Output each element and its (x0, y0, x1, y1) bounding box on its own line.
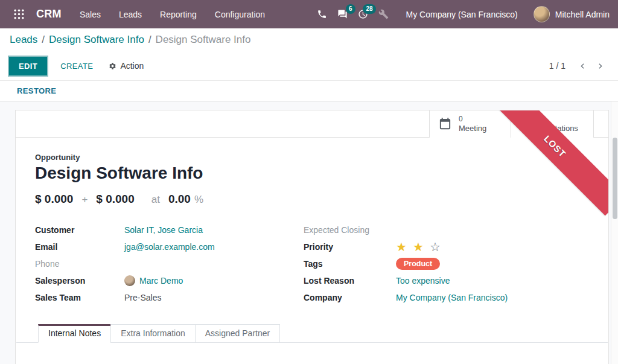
phone-label: Phone (35, 259, 124, 269)
notebook-tabs: Internal Notes Extra Information Assigne… (16, 324, 608, 343)
field-group-left: Customer Solar IT, Jose Garcia Email jga… (35, 222, 304, 306)
control-panel: EDIT CREATE Action 1 / 1 (0, 51, 618, 80)
expected-revenue: $ 0.000 (35, 193, 73, 206)
breadcrumb-leads[interactable]: Leads (10, 34, 37, 46)
app-name[interactable]: CRM (36, 8, 62, 21)
field-sales-team: Sales Team Pre-Sales (35, 289, 304, 306)
field-expected-closing: Expected Closing (304, 222, 589, 238)
status-bar: RESTORE (0, 80, 618, 101)
email-label: Email (35, 242, 124, 252)
messages-icon[interactable]: 6 (333, 5, 353, 24)
sales-team-value[interactable]: Pre-Sales (124, 293, 161, 302)
field-group-right: Expected Closing Priority ★ ★ ☆ (304, 222, 589, 306)
calendar-icon (438, 117, 452, 131)
salesperson-label: Salesperson (35, 276, 124, 286)
meeting-count: 0 (459, 115, 486, 124)
field-company: Company My Company (San Francisco) (304, 289, 589, 306)
plus-sign: + (81, 194, 88, 206)
sheet-body: Opportunity Design Software Info $ 0.000… (16, 138, 608, 343)
star-icon[interactable]: ★ (396, 241, 409, 253)
email-value[interactable]: jga@solar.example.com (124, 242, 215, 252)
tags-label: Tags (304, 259, 396, 269)
menu-sales[interactable]: Sales (80, 10, 101, 19)
tag-product[interactable]: Product (396, 258, 440, 270)
lost-reason-label: Lost Reason (304, 276, 396, 286)
form-view-background: 0 Meeting 0 Quotations LOST Opportunity … (0, 101, 618, 364)
star-icon[interactable]: ★ (413, 241, 425, 253)
sales-team-label: Sales Team (35, 293, 124, 302)
apps-grid-icon[interactable] (8, 4, 29, 25)
field-phone: Phone (35, 255, 304, 272)
navbar-right: 6 28 My Company (San Francisco) Mitchell… (312, 5, 610, 24)
customer-value[interactable]: Solar IT, Jose Garcia (124, 225, 203, 235)
customer-label: Customer (35, 225, 124, 235)
restore-button[interactable]: RESTORE (17, 86, 56, 95)
pager: 1 / 1 (549, 61, 609, 71)
debug-tools-icon[interactable] (374, 5, 394, 24)
company-switcher[interactable]: My Company (San Francisco) (406, 10, 518, 19)
meeting-label: Meeting (459, 124, 486, 133)
field-tags: Tags Product (304, 255, 589, 272)
salesperson-avatar (124, 275, 135, 286)
probability-value: 0.00 (168, 193, 191, 206)
gear-icon (109, 62, 116, 70)
tab-internal-notes[interactable]: Internal Notes (38, 324, 111, 343)
menu-reporting[interactable]: Reporting (160, 10, 197, 19)
breadcrumb-separator: / (148, 34, 151, 46)
star-icon[interactable]: ☆ (430, 241, 442, 253)
salesperson-value[interactable]: Marc Demo (124, 275, 183, 286)
recurring-revenue: $ 0.000 (96, 193, 134, 206)
user-avatar[interactable] (534, 6, 550, 22)
record-type-label: Opportunity (35, 153, 589, 162)
revenue-line: $ 0.000 + $ 0.000 at 0.00 % (35, 193, 589, 206)
menu-configuration[interactable]: Configuration (215, 10, 265, 19)
form-sheet: 0 Meeting 0 Quotations LOST Opportunity … (15, 110, 609, 364)
app-window: CRM Sales Leads Reporting Configuration … (0, 0, 618, 364)
pager-counter: 1 / 1 (549, 61, 565, 71)
expected-closing-label: Expected Closing (304, 225, 396, 235)
priority-stars: ★ ★ ☆ (396, 241, 442, 253)
create-button[interactable]: CREATE (60, 62, 93, 71)
at-label: at (151, 194, 160, 206)
field-salesperson: Salesperson Marc Demo (35, 272, 304, 289)
field-customer: Customer Solar IT, Jose Garcia (35, 222, 304, 238)
edit-button[interactable]: EDIT (9, 57, 47, 75)
priority-label: Priority (304, 242, 396, 252)
record-title: Design Software Info (35, 164, 589, 183)
chevron-right-icon[interactable] (596, 62, 604, 70)
salesperson-name[interactable]: Marc Demo (139, 276, 183, 286)
breadcrumb: Leads / Design Software Info / Design So… (0, 28, 618, 51)
top-navbar: CRM Sales Leads Reporting Configuration … (0, 0, 618, 28)
tab-extra-information[interactable]: Extra Information (110, 324, 196, 343)
company-label: Company (304, 293, 396, 302)
action-label: Action (120, 61, 144, 71)
menu-leads[interactable]: Leads (119, 10, 142, 19)
scrollbar-thumb[interactable] (613, 138, 617, 219)
field-email: Email jga@solar.example.com (35, 238, 304, 255)
company-value[interactable]: My Company (San Francisco) (396, 293, 508, 302)
percent-sign: % (194, 194, 203, 206)
meeting-stat-button[interactable]: 0 Meeting (429, 110, 511, 138)
field-lost-reason: Lost Reason Too expensive (304, 272, 589, 289)
phone-icon[interactable] (312, 5, 333, 24)
lost-reason-value[interactable]: Too expensive (396, 276, 450, 286)
tab-assigned-partner[interactable]: Assigned Partner (195, 324, 280, 343)
field-grid: Customer Solar IT, Jose Garcia Email jga… (35, 222, 589, 306)
vertical-scrollbar[interactable] (611, 101, 618, 364)
chevron-left-icon[interactable] (579, 62, 587, 70)
action-menu-button[interactable]: Action (109, 61, 144, 71)
breadcrumb-current: Design Software Info (156, 34, 251, 46)
user-menu[interactable]: Mitchell Admin (555, 10, 610, 19)
breadcrumb-separator: / (42, 34, 45, 46)
activities-clock-icon[interactable]: 28 (353, 5, 374, 24)
field-priority: Priority ★ ★ ☆ (304, 238, 589, 255)
breadcrumb-parent-record[interactable]: Design Software Info (49, 34, 144, 46)
